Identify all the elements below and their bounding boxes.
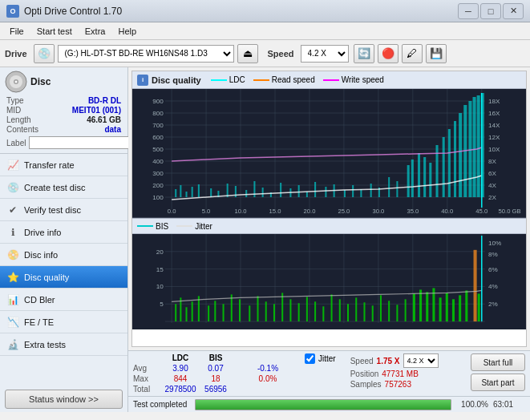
sidebar-item-disc-quality[interactable]: ⭐ Disc quality [0,266,127,289]
speed-stat-label: Speed [350,357,374,365]
svg-rect-124 [192,301,193,321]
legend-read-speed: Read speed [253,75,315,84]
svg-rect-148 [388,301,390,321]
svg-text:6X: 6X [488,170,497,177]
main-content: Disc Type BD-R DL MID MEIT01 (001) Lengt… [0,67,530,412]
speed-stat-value: 1.75 X [377,357,400,365]
svg-rect-66 [280,183,281,197]
total-label: Total [133,385,162,394]
progress-bar-container [195,399,451,410]
svg-rect-139 [314,301,316,321]
cd-bler-icon: 📊 [6,293,19,306]
eject-button[interactable]: ⏏ [237,44,258,63]
menu-start-test[interactable]: Start test [30,25,79,38]
disc-length-row: Length 46.61 GB [5,115,123,124]
svg-text:20: 20 [156,248,164,256]
sidebar-item-cd-bler[interactable]: 📊 CD Bler [0,289,127,311]
svg-rect-155 [439,297,442,321]
svg-text:16X: 16X [488,110,500,117]
sidebar-item-disc-info[interactable]: 📀 Disc info [0,244,127,266]
settings-button1[interactable]: 🔴 [378,44,399,63]
settings-button2[interactable]: 🖊 [402,44,423,63]
svg-rect-141 [331,294,333,321]
cd-bler-label: CD Bler [24,295,55,305]
transfer-rate-icon: 📈 [6,159,19,172]
svg-rect-149 [396,305,398,321]
col-jitter-space [244,353,292,362]
svg-rect-71 [325,187,326,197]
jitter-checkbox[interactable] [305,353,315,364]
action-buttons: Start full Start part [471,353,525,391]
legend-jitter-color [176,225,192,227]
legend-read-speed-label: Read speed [272,75,315,84]
legend-ldc-label: LDC [229,75,245,84]
svg-rect-127 [214,301,216,321]
legend-read-speed-color [253,79,269,81]
maximize-button[interactable]: □ [480,3,501,19]
menu-extra[interactable]: Extra [79,25,112,38]
drive-select[interactable]: (G:) HL-DT-ST BD-RE WH16NS48 1.D3 [58,45,234,63]
status-window-button[interactable]: Status window >> [5,390,123,409]
svg-text:800: 800 [152,110,164,117]
refresh-button[interactable]: 🔄 [354,44,374,63]
disc-mid-label: MID [6,106,21,115]
svg-rect-64 [262,188,264,197]
svg-text:2%: 2% [488,301,498,308]
drive-icon-btn[interactable]: 💿 [34,44,55,63]
legend-jitter: Jitter [176,222,212,231]
sidebar-item-create-test-disc[interactable]: 💿 Create test disc [0,176,127,199]
chart-legend: LDC Read speed Write speed [211,75,384,84]
svg-rect-74 [352,185,354,197]
app-icon: O [6,5,19,18]
samples-value: 757263 [385,380,411,389]
svg-text:10.0: 10.0 [235,208,247,215]
minimize-button[interactable]: ─ [458,3,479,19]
close-button[interactable]: ✕ [503,3,524,19]
svg-rect-76 [370,184,372,197]
chart-top-svg: 900 800 700 600 500 400 300 200 100 18X … [132,89,526,217]
sidebar-item-fe-te[interactable]: 📉 FE / TE [0,311,127,333]
sidebar-item-verify-test-disc[interactable]: ✔ Verify test disc [0,199,127,221]
sidebar-item-drive-info[interactable]: ℹ Drive info [0,221,127,244]
menu-file[interactable]: File [3,25,30,38]
avg-jitter: -0.1% [244,364,292,373]
disc-label-label: Label [6,139,26,147]
svg-rect-93 [477,95,480,197]
svg-rect-86 [443,137,445,197]
chart-bottom-svg: 20 15 10 5 10% 8% 6% 4% 2% [132,234,526,329]
start-full-button[interactable]: Start full [471,353,525,371]
svg-text:200: 200 [152,182,164,189]
disc-label-input[interactable] [29,136,136,149]
svg-text:5.0: 5.0 [202,208,211,215]
sidebar-item-transfer-rate[interactable]: 📈 Transfer rate [0,154,127,176]
svg-rect-150 [405,299,407,321]
title-bar: O Opti Drive Control 1.70 ─ □ ✕ [0,0,530,22]
avg-ldc: 3.90 [164,364,197,373]
col-gap [234,353,242,362]
svg-rect-78 [388,177,390,197]
svg-text:400: 400 [152,158,164,165]
max-bis: 18 [199,374,233,383]
svg-text:45.0: 45.0 [475,208,488,215]
position-value: 47731 MB [382,370,419,378]
svg-rect-91 [468,101,471,197]
svg-rect-153 [426,292,428,321]
svg-rect-82 [418,153,420,197]
disc-header: Disc [5,71,123,93]
save-button[interactable]: 💾 [426,44,447,63]
speed-select[interactable]: 4.2 X [301,45,349,63]
svg-rect-80 [407,165,410,197]
svg-rect-157 [452,299,455,321]
disc-type-label: Type [6,96,24,105]
jitter-label: Jitter [318,354,336,363]
drive-label: Drive [5,49,27,59]
svg-text:10X: 10X [488,146,500,153]
svg-text:4%: 4% [488,284,498,291]
speed-stat-select[interactable]: 4.2 X [403,353,439,368]
svg-rect-142 [339,299,341,321]
menu-help[interactable]: Help [111,25,143,38]
sidebar-item-extra-tests[interactable]: 🔬 Extra tests [0,333,127,356]
svg-rect-160 [474,250,477,321]
disc-svg-icon [5,71,27,93]
start-part-button[interactable]: Start part [471,374,525,391]
